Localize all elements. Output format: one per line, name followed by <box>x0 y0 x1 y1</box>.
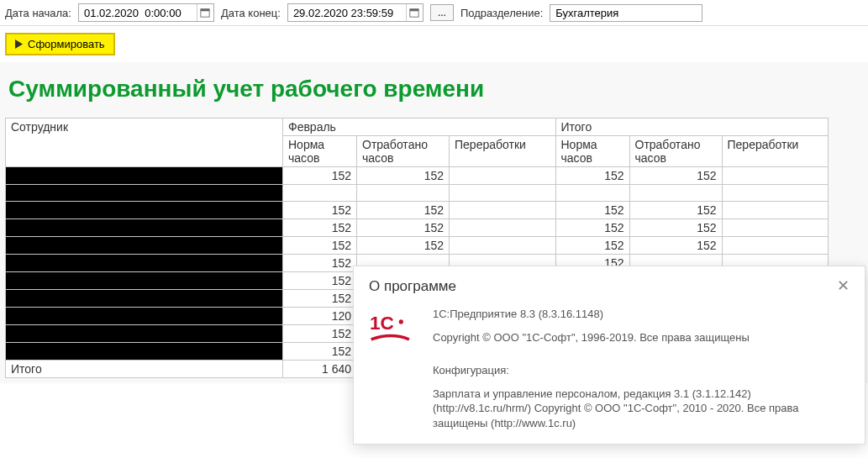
division-input-group <box>550 4 702 22</box>
employee-cell <box>6 325 283 343</box>
about-title: О программе <box>369 278 456 295</box>
norm-cell: 152 <box>283 202 357 219</box>
worked-cell: 152 <box>357 219 450 237</box>
overtime-cell <box>450 167 556 185</box>
about-copyright: Copyright © ООО "1С-Софт", 1996-2019. Вс… <box>433 330 850 345</box>
worked-cell: 152 <box>357 237 450 255</box>
t-worked-cell: 152 <box>629 202 722 219</box>
overtime-cell <box>450 219 556 237</box>
employee-cell <box>6 308 283 325</box>
date-end-label: Дата конец: <box>221 7 281 19</box>
table-row: 152152152152 <box>6 219 829 237</box>
worked-cell: 152 <box>357 202 450 219</box>
employee-cell <box>6 219 283 237</box>
report-title: Суммированный учет рабочего времени <box>5 67 863 118</box>
t-worked-cell: 152 <box>629 167 722 185</box>
col-worked-hours: Отработано часов <box>357 136 450 167</box>
date-end-input-group <box>287 3 423 22</box>
col-total-overtime: Переработки <box>722 136 829 167</box>
employee-cell <box>6 343 283 361</box>
employee-cell <box>6 185 283 202</box>
norm-cell: 152 <box>283 219 357 237</box>
svg-marker-4 <box>15 39 23 49</box>
table-row: 152152152152 <box>6 237 829 255</box>
norm-cell: 120 <box>283 308 357 325</box>
norm-cell: 152 <box>283 237 357 255</box>
about-version: 1С:Предприятие 8.3 (8.3.16.1148) <box>433 307 850 322</box>
employee-cell <box>6 167 283 185</box>
col-month: Февраль <box>283 118 556 136</box>
actions-row: Сформировать <box>0 26 868 62</box>
t-worked-cell: 152 <box>629 237 722 255</box>
overtime-cell <box>450 237 556 255</box>
calendar-icon[interactable] <box>197 4 213 21</box>
employee-cell <box>6 255 283 272</box>
norm-cell: 152 <box>283 290 357 308</box>
col-total-worked-hours: Отработано часов <box>629 136 722 167</box>
logo-1c-icon: 1C <box>369 310 414 383</box>
about-dialog: О программе ✕ 1C 1С:Предприятие 8.3 (8.3… <box>353 266 865 383</box>
about-config-label: Конфигурация: <box>433 363 850 378</box>
worked-cell: 152 <box>357 167 450 185</box>
employee-cell <box>6 290 283 308</box>
overtime-cell <box>450 185 556 202</box>
norm-cell: 152 <box>283 325 357 343</box>
svg-rect-3 <box>410 9 418 12</box>
col-total-norm-hours: Норма часов <box>555 136 629 167</box>
date-start-label: Дата начала: <box>5 7 71 19</box>
t-overtime-cell <box>722 167 829 185</box>
table-row: 152152152152 <box>6 167 829 185</box>
table-row: 152152152152 <box>6 202 829 219</box>
date-start-input[interactable] <box>79 5 197 21</box>
t-worked-cell <box>629 185 722 202</box>
close-icon[interactable]: ✕ <box>837 278 850 293</box>
t-worked-cell: 152 <box>629 219 722 237</box>
division-input[interactable] <box>550 5 702 21</box>
t-overtime-cell <box>722 202 829 219</box>
filter-toolbar: Дата начала: Дата конец: ... Подразделен… <box>0 0 868 26</box>
generate-button[interactable]: Сформировать <box>5 33 115 55</box>
date-end-input[interactable] <box>288 5 406 21</box>
svg-point-6 <box>399 319 403 324</box>
svg-rect-1 <box>201 9 209 12</box>
division-label: Подразделение: <box>460 7 543 19</box>
employee-cell <box>6 272 283 290</box>
more-options-button[interactable]: ... <box>430 4 454 21</box>
norm-cell: 152 <box>283 272 357 290</box>
about-text: 1С:Предприятие 8.3 (8.3.16.1148) Copyrig… <box>433 307 850 383</box>
t-overtime-cell <box>722 237 829 255</box>
norm-cell: 152 <box>283 167 357 185</box>
worked-cell <box>357 185 450 202</box>
employee-cell <box>6 202 283 219</box>
table-row <box>6 185 829 202</box>
norm-cell <box>283 185 357 202</box>
play-icon <box>15 39 23 49</box>
norm-cell: 152 <box>283 255 357 272</box>
col-norm-hours: Норма часов <box>283 136 357 167</box>
total-value: 1 640 <box>283 361 357 378</box>
t-overtime-cell <box>722 185 829 202</box>
date-start-input-group <box>78 3 214 22</box>
calendar-icon[interactable] <box>406 4 423 21</box>
col-overtime: Переработки <box>450 136 556 167</box>
t-norm-cell: 152 <box>555 202 629 219</box>
t-norm-cell: 152 <box>555 219 629 237</box>
employee-cell <box>6 237 283 255</box>
t-norm-cell <box>555 185 629 202</box>
generate-button-label: Сформировать <box>28 38 105 50</box>
t-norm-cell: 152 <box>555 167 629 185</box>
norm-cell: 152 <box>283 343 357 361</box>
overtime-cell <box>450 202 556 219</box>
t-norm-cell: 152 <box>555 237 629 255</box>
total-label: Итого <box>6 361 283 378</box>
t-overtime-cell <box>722 219 829 237</box>
col-employee: Сотрудник <box>6 118 283 167</box>
col-total: Итого <box>555 118 829 136</box>
svg-text:1C: 1C <box>370 313 394 334</box>
